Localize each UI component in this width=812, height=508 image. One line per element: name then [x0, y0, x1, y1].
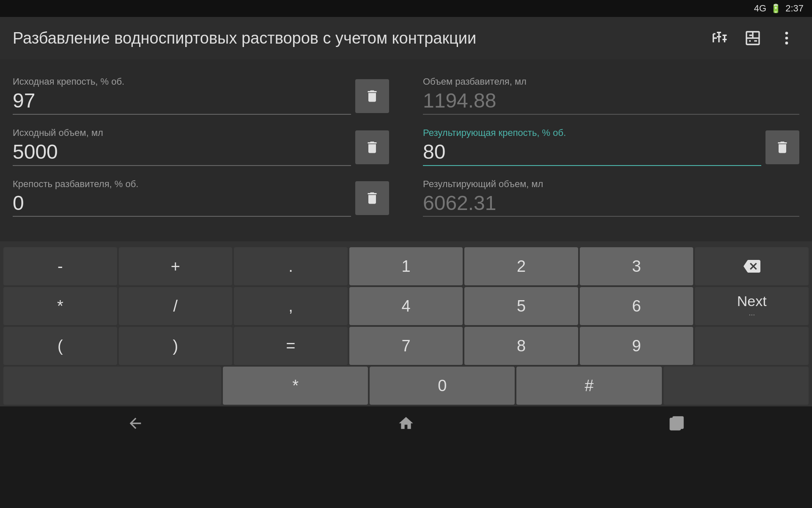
next-button[interactable]: Next ···: [695, 287, 809, 325]
svg-point-16: [785, 32, 788, 35]
result-volume-value: 6062.31: [423, 192, 799, 217]
battery-icon: 🔋: [771, 3, 781, 14]
source-volume-label: Исходный объем, мл: [13, 127, 351, 138]
chart-icon[interactable]: [706, 25, 732, 51]
back-button[interactable]: [110, 411, 161, 436]
key-5[interactable]: 5: [464, 287, 578, 325]
key-row-3: ( ) = 7 8 9: [3, 327, 809, 365]
result-volume-label: Результирующий объем, мл: [423, 179, 799, 190]
svg-point-18: [785, 41, 788, 44]
key-row-2: * / , 4 5 6 Next ···: [3, 287, 809, 325]
result-strength-value[interactable]: 80: [423, 141, 761, 166]
source-volume-container: Исходный объем, мл 5000: [13, 119, 351, 166]
diluent-strength-group: Крепость разбавителя, % об. 0: [13, 170, 389, 217]
clear-source-volume-button[interactable]: [355, 130, 389, 164]
key-equals[interactable]: =: [234, 327, 348, 365]
signal-indicator: 4G: [754, 3, 766, 14]
calculator-icon[interactable]: [740, 25, 765, 51]
result-volume-group: Результирующий объем, мл 6062.31: [423, 170, 799, 217]
key-hash[interactable]: #: [516, 367, 661, 405]
source-strength-value[interactable]: 97: [13, 90, 351, 115]
key-minus[interactable]: -: [3, 247, 117, 285]
key-star[interactable]: *: [223, 367, 368, 405]
result-strength-group: Результирующая крепость, % об. 80: [423, 119, 799, 166]
recents-button[interactable]: [651, 411, 702, 436]
source-strength-group: Исходная крепость, % об. 97: [13, 68, 389, 115]
source-strength-label: Исходная крепость, % об.: [13, 76, 351, 87]
diluent-volume-value: 1194.88: [423, 90, 799, 115]
svg-point-17: [785, 37, 788, 40]
key-multiply[interactable]: *: [3, 287, 117, 325]
keyboard-area: - + . 1 2 3 * / , 4 5 6 Next ···: [0, 241, 812, 406]
next-dots: ···: [749, 310, 755, 319]
key-close-paren[interactable]: ): [119, 327, 233, 365]
backspace-button[interactable]: [695, 247, 809, 285]
key-3[interactable]: 3: [580, 247, 694, 285]
key-0[interactable]: 0: [370, 367, 515, 405]
key-9[interactable]: 9: [580, 327, 694, 365]
clear-source-strength-button[interactable]: [355, 79, 389, 113]
result-volume-container: Результирующий объем, мл 6062.31: [423, 170, 799, 217]
result-strength-label: Результирующая крепость, % об.: [423, 127, 761, 138]
svg-rect-20: [673, 417, 683, 428]
key-4[interactable]: 4: [349, 287, 463, 325]
nav-bar: [0, 406, 812, 440]
home-button[interactable]: [381, 411, 431, 436]
key-2[interactable]: 2: [464, 247, 578, 285]
status-bar: 4G 🔋 2:37: [0, 0, 812, 17]
next-label: Next: [737, 293, 767, 309]
key-comma[interactable]: ,: [234, 287, 348, 325]
app-title: Разбавление водноспиртовых растворов с у…: [13, 29, 698, 47]
key-row-1: - + . 1 2 3: [3, 247, 809, 285]
diluent-strength-value[interactable]: 0: [13, 192, 351, 217]
keyboard-rows: - + . 1 2 3 * / , 4 5 6 Next ···: [0, 246, 812, 406]
key-row-4: * 0 #: [3, 367, 809, 405]
key-dot[interactable]: .: [234, 247, 348, 285]
more-options-icon[interactable]: [774, 25, 799, 51]
diluent-strength-label: Крепость разбавителя, % об.: [13, 179, 351, 190]
key-spacer-4: [664, 367, 809, 405]
source-volume-group: Исходный объем, мл 5000: [13, 119, 389, 166]
diluent-strength-container: Крепость разбавителя, % об. 0: [13, 170, 351, 217]
app-bar: Разбавление водноспиртовых растворов с у…: [0, 17, 812, 59]
diluent-volume-container: Объем разбавителя, мл 1194.88: [423, 68, 799, 115]
content-area: Исходная крепость, % об. 97 Исходный объ…: [0, 59, 812, 241]
diluent-volume-label: Объем разбавителя, мл: [423, 76, 799, 87]
right-column: Объем разбавителя, мл 1194.88 Результиру…: [423, 68, 799, 233]
key-1[interactable]: 1: [349, 247, 463, 285]
source-strength-container: Исходная крепость, % об. 97: [13, 68, 351, 115]
key-spacer-3: [695, 327, 809, 365]
key-7[interactable]: 7: [349, 327, 463, 365]
key-divide[interactable]: /: [119, 287, 233, 325]
clock: 2:37: [785, 3, 804, 14]
clear-diluent-strength-button[interactable]: [355, 181, 389, 215]
key-space[interactable]: [3, 367, 221, 405]
source-volume-value[interactable]: 5000: [13, 141, 351, 166]
key-plus[interactable]: +: [119, 247, 233, 285]
key-8[interactable]: 8: [464, 327, 578, 365]
clear-result-strength-button[interactable]: [765, 130, 799, 164]
left-column: Исходная крепость, % об. 97 Исходный объ…: [13, 68, 423, 233]
result-strength-container: Результирующая крепость, % об. 80: [423, 119, 761, 166]
key-6[interactable]: 6: [580, 287, 694, 325]
key-open-paren[interactable]: (: [3, 327, 117, 365]
diluent-volume-group: Объем разбавителя, мл 1194.88: [423, 68, 799, 115]
